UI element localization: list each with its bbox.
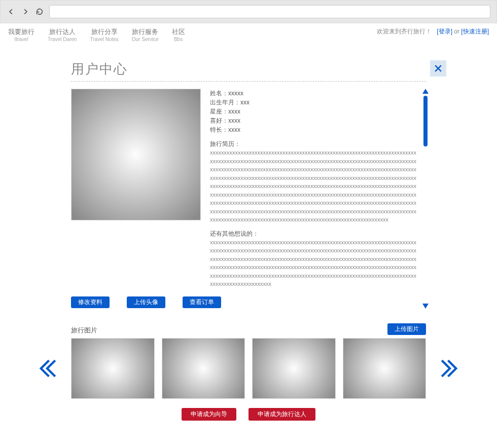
zodiac-value: xxxx bbox=[228, 108, 240, 115]
close-button[interactable] bbox=[430, 60, 446, 77]
avatar-image bbox=[71, 89, 201, 220]
scroll-thumb[interactable] bbox=[423, 96, 428, 146]
nav-sublabel: Travel Daren bbox=[48, 36, 77, 42]
apply-daren-button[interactable]: 申请成为旅行达人 bbox=[248, 408, 315, 421]
upload-photo-button[interactable]: 上传图片 bbox=[387, 323, 426, 335]
divider bbox=[71, 81, 426, 82]
nav-label: 旅行分享 bbox=[90, 27, 118, 36]
scroll-down-icon[interactable] bbox=[422, 304, 429, 309]
browser-toolbar bbox=[0, 0, 497, 23]
welcome-text: 欢迎来到齐行旅行！ bbox=[377, 28, 432, 35]
nav-sublabel: Itravel bbox=[8, 36, 34, 42]
nav-itravel[interactable]: 我要旅行 Itravel bbox=[8, 27, 34, 42]
view-orders-button[interactable]: 查看订单 bbox=[183, 296, 221, 308]
skill-value: xxxx bbox=[228, 126, 240, 133]
nav-service[interactable]: 旅行服务 Our Service bbox=[132, 27, 159, 42]
gallery-prev-button[interactable] bbox=[36, 357, 59, 380]
other-text: xxxxxxxxxxxxxxxxxxxxxxxxxxxxxxxxxxxxxxxx… bbox=[210, 238, 418, 288]
name-label: 姓名： bbox=[210, 90, 228, 97]
bio-text: xxxxxxxxxxxxxxxxxxxxxxxxxxxxxxxxxxxxxxxx… bbox=[210, 148, 418, 224]
gallery-title: 旅行图片 bbox=[71, 326, 97, 335]
upload-avatar-button[interactable]: 上传头像 bbox=[127, 296, 165, 308]
or-text: or bbox=[454, 28, 459, 35]
nav-label: 社区 bbox=[172, 27, 185, 36]
hobby-value: xxxx bbox=[228, 117, 240, 124]
name-value: xxxxx bbox=[228, 90, 243, 97]
page-title: 用户中心 bbox=[71, 60, 426, 78]
gallery-photo[interactable] bbox=[71, 338, 155, 399]
gallery-photo[interactable] bbox=[162, 338, 245, 399]
register-link[interactable]: [快速注册] bbox=[461, 28, 489, 35]
gallery-photo[interactable] bbox=[252, 338, 336, 399]
user-center-panel: 用户中心 姓名：xxxxx 出生年月：xxx 星座：xxxx 喜好：xxxx 特… bbox=[71, 60, 426, 421]
main-nav: 我要旅行 Itravel 旅行达人 Travel Daren 旅行分享 Trav… bbox=[0, 23, 497, 45]
nav-daren[interactable]: 旅行达人 Travel Daren bbox=[48, 27, 77, 42]
url-input[interactable] bbox=[49, 5, 490, 18]
apply-guide-button[interactable]: 申请成为向导 bbox=[182, 408, 236, 421]
login-link[interactable]: [登录] bbox=[437, 28, 452, 35]
birth-label: 出生年月： bbox=[210, 99, 240, 106]
edit-profile-button[interactable]: 修改资料 bbox=[71, 296, 110, 308]
skill-label: 特长： bbox=[210, 126, 228, 133]
hobby-label: 喜好： bbox=[210, 117, 228, 124]
profile-scrollbar[interactable] bbox=[422, 89, 429, 309]
nav-label: 我要旅行 bbox=[8, 27, 34, 36]
other-label: 还有其他想说的： bbox=[210, 229, 418, 238]
forward-icon[interactable] bbox=[21, 7, 30, 16]
gallery-row bbox=[71, 338, 426, 399]
auth-area: 欢迎来到齐行旅行！ [登录] or [快速注册] bbox=[377, 27, 489, 36]
scroll-up-icon[interactable] bbox=[422, 89, 429, 94]
back-icon[interactable] bbox=[7, 7, 16, 16]
nav-label: 旅行达人 bbox=[48, 27, 77, 36]
bio-label: 旅行简历： bbox=[210, 139, 418, 148]
gallery-photo[interactable] bbox=[343, 338, 427, 399]
reload-icon[interactable] bbox=[35, 7, 44, 16]
nav-sublabel: Travel Notes bbox=[90, 36, 118, 42]
nav-notes[interactable]: 旅行分享 Travel Notes bbox=[90, 27, 118, 42]
nav-sublabel: Bbs bbox=[172, 36, 185, 42]
nav-sublabel: Our Service bbox=[132, 36, 159, 42]
gallery-next-button[interactable] bbox=[438, 357, 462, 380]
profile-info: 姓名：xxxxx 出生年月：xxx 星座：xxxx 喜好：xxxx 特长：xxx… bbox=[210, 89, 426, 288]
birth-value: xxx bbox=[240, 99, 250, 106]
nav-label: 旅行服务 bbox=[132, 27, 159, 36]
nav-bbs[interactable]: 社区 Bbs bbox=[172, 27, 185, 42]
zodiac-label: 星座： bbox=[210, 108, 228, 115]
